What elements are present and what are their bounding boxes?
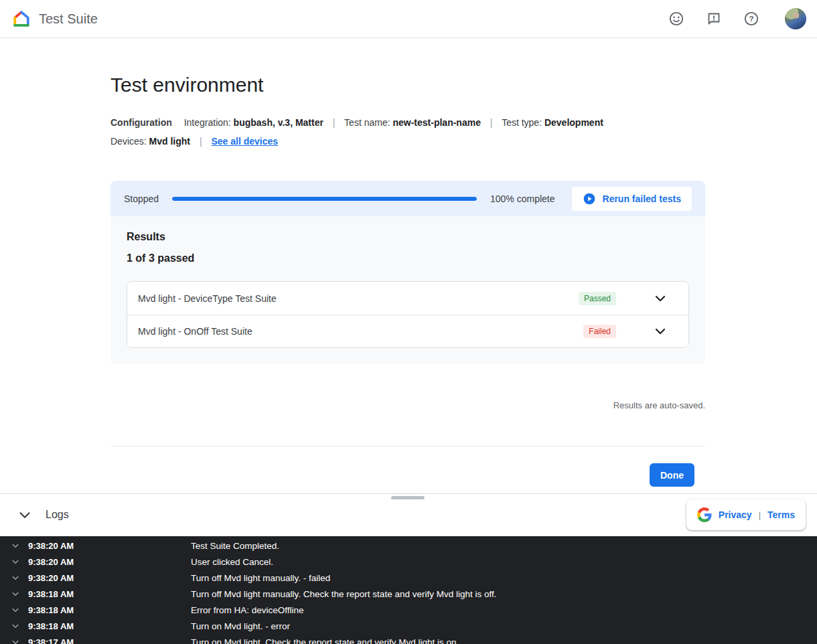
test-name: Mvd light - OnOff Test Suite [138,326,583,337]
play-icon [583,192,596,206]
logs-header: Logs [0,494,69,536]
status-card: Stopped 100% complete Rerun failed tests… [110,181,705,364]
tests-list: Mvd light - DeviceType Test Suite Passed… [127,281,689,348]
integration-label: Integration: [184,117,231,128]
progress-bar-fill [172,197,477,201]
devices-label: Devices: [110,136,147,147]
expand-log-chevron-icon[interactable] [9,540,21,552]
logs-title: Logs [46,509,69,521]
results-summary: 1 of 3 passed [127,252,689,264]
status-label: Stopped [124,193,172,204]
devices-line: Devices: Mvd light | See all devices [110,136,278,147]
app-title: Test Suite [39,11,98,27]
test-type-label: Test type: [502,117,542,128]
log-timestamp: 9:38:20 AM [28,557,191,567]
results-title: Results [127,231,689,243]
panel-drag-handle[interactable] [391,496,425,499]
log-row: 9:38:18 AM Turn off Mvd light manually. … [0,586,817,602]
test-type-value: Development [544,117,603,128]
progress-text: 100% complete [490,193,555,204]
divider [110,446,705,447]
devices-value: Mvd light [149,136,190,147]
expand-log-chevron-icon[interactable] [9,588,21,600]
log-row: 9:38:17 AM Turn on Mvd light. Check the … [0,634,817,644]
svg-text:?: ? [749,15,753,23]
rerun-button-label: Rerun failed tests [603,193,681,204]
expand-log-chevron-icon[interactable] [9,572,21,584]
app-header: Test Suite ? [0,0,817,38]
log-row: 9:38:20 AM Turn off Mvd light manually. … [0,570,817,586]
see-all-devices-link[interactable]: See all devices [211,136,278,147]
send-feedback-icon[interactable] [706,11,722,27]
log-message: Turn on Mvd light. Check the report stat… [191,637,459,644]
separator: | [490,117,493,128]
status-badge: Failed [583,325,616,338]
logs-panel: Logs Privacy | Terms 9:38:20 AM Test Sui… [0,493,817,644]
progress-header: Stopped 100% complete Rerun failed tests [110,181,705,216]
log-message: Test Suite Completed. [191,541,279,551]
log-message: Error from HA: deviceOffline [191,605,304,615]
log-message: Turn on Mvd light. - error [191,621,290,631]
log-timestamp: 9:38:17 AM [28,637,191,644]
log-timestamp: 9:38:20 AM [28,573,191,583]
expand-log-chevron-icon[interactable] [9,620,21,632]
status-badge: Passed [579,292,616,305]
collapse-logs-chevron-icon[interactable] [16,506,33,524]
integration-value: bugbash, v.3, Matter [234,117,323,128]
separator: | [333,117,336,128]
autosave-note: Results are auto-saved. [613,400,705,410]
google-home-logo-icon [12,9,31,28]
log-timestamp: 9:38:18 AM [28,621,191,631]
google-g-icon [697,507,712,522]
configuration-label: Configuration [110,117,172,128]
done-button[interactable]: Done [650,463,694,487]
test-name: Mvd light - DeviceType Test Suite [138,293,579,304]
log-row: 9:38:18 AM Error from HA: deviceOffline [0,602,817,618]
test-name-label: Test name: [344,117,390,128]
results-section: Results 1 of 3 passed Mvd light - Device… [110,216,705,364]
page-title: Test environment [110,74,263,96]
configuration-line: Configuration Integration: bugbash, v.3,… [110,117,603,128]
test-name-value: new-test-plan-name [392,117,480,128]
log-row: 9:38:20 AM User clicked Cancel. [0,554,817,570]
terms-link[interactable]: Terms [767,509,795,520]
log-timestamp: 9:38:20 AM [28,541,191,551]
expand-log-chevron-icon[interactable] [9,556,21,568]
chevron-down-icon[interactable] [652,323,668,339]
separator: | [200,136,202,147]
log-row: 9:38:20 AM Test Suite Completed. [0,538,817,554]
privacy-terms-card: Privacy | Terms [686,499,806,530]
log-message: User clicked Cancel. [191,557,273,567]
help-icon[interactable]: ? [743,11,759,27]
log-message: Turn off Mvd light manually. Check the r… [191,589,496,599]
test-result-row[interactable]: Mvd light - OnOff Test Suite Failed [127,315,688,347]
progress-bar [172,197,477,201]
expand-log-chevron-icon[interactable] [9,604,21,616]
log-timestamp: 9:38:18 AM [28,589,191,599]
expand-log-chevron-icon[interactable] [9,636,21,644]
log-message: Turn off Mvd light manually. - failed [191,573,330,583]
log-row: 9:38:18 AM Turn on Mvd light. - error [0,618,817,634]
chevron-down-icon[interactable] [652,291,668,307]
feedback-smiley-icon[interactable] [668,11,684,27]
logs-list: 9:38:20 AM Test Suite Completed. 9:38:20… [0,536,817,644]
header-actions: ? [647,8,806,29]
rerun-failed-tests-button[interactable]: Rerun failed tests [572,187,692,211]
log-timestamp: 9:38:18 AM [28,605,191,615]
user-avatar[interactable] [785,8,806,29]
test-result-row[interactable]: Mvd light - DeviceType Test Suite Passed [127,282,688,315]
privacy-link[interactable]: Privacy [719,509,752,520]
separator: | [759,510,761,520]
